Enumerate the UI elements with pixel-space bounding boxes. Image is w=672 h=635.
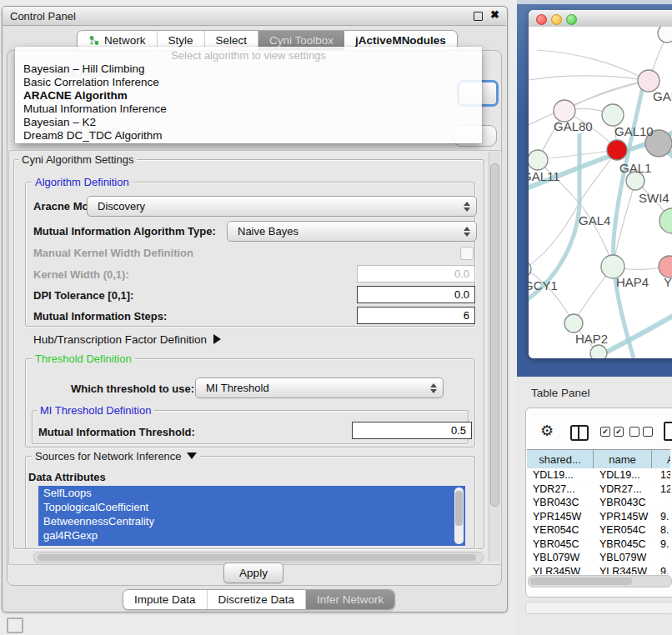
node-attribute-table[interactable]: shared... name A YDL19...YDL19...13YDR27… (527, 449, 670, 574)
table-cell[interactable]: YBR045C (599, 538, 657, 551)
network-node[interactable] (590, 345, 607, 358)
table-cell[interactable]: 8. (660, 523, 670, 537)
settings-vscroll-thumb[interactable] (490, 163, 499, 507)
tab-infer-network[interactable]: Infer Network (306, 590, 394, 609)
unchecked-checkbox-icon[interactable] (643, 427, 653, 437)
algorithm-option-basic-correlation-inference[interactable]: Basic Correlation Inference (15, 76, 482, 89)
table-row[interactable]: YDR27...YDR27...12 (527, 482, 670, 496)
network-node[interactable] (564, 314, 583, 332)
table-cell[interactable]: 9. (660, 510, 670, 523)
control-panel-titlebar[interactable]: Control Panel ✖ (3, 7, 506, 26)
sources-group-title-text: Sources for Network Inference (35, 450, 182, 462)
table-cell[interactable]: 12 (660, 482, 670, 496)
table-row[interactable]: YBL079WYBL079W (527, 551, 670, 564)
settings-vertical-scrollbar[interactable] (489, 152, 500, 562)
which-threshold-value: MI Threshold (196, 382, 426, 394)
dpi-tolerance-input[interactable] (357, 286, 475, 303)
table-cell[interactable]: YLR345W (599, 565, 657, 575)
table-row[interactable]: YDL19...YDL19...13 (527, 468, 670, 482)
attribute-item-gal4rgexp[interactable]: gal4RGexp (38, 528, 465, 542)
tab-impute-data[interactable]: Impute Data (123, 590, 208, 609)
close-traffic-light-icon[interactable] (536, 14, 547, 25)
mi-algorithm-type-combo[interactable]: Naive Bayes (227, 221, 477, 242)
attribute-item-betweennesscentrality[interactable]: BetweennessCentrality (38, 514, 465, 528)
unchecked-checkbox-icon[interactable] (629, 427, 639, 437)
sources-group-title[interactable]: Sources for Network Inference (32, 450, 200, 462)
table-cell[interactable]: YBR043C (533, 496, 599, 509)
network-node[interactable] (602, 104, 624, 126)
table-row[interactable]: YLR345WYLR345W9. (527, 565, 670, 575)
kernel-width-input[interactable] (357, 265, 475, 282)
algorithm-option-bayesian-hill-climbing[interactable]: Bayesian – Hill Climbing (15, 62, 482, 76)
attribute-item-selfloops[interactable]: SelfLoops (38, 486, 465, 500)
table-hscroll-thumb[interactable] (530, 578, 632, 585)
mi-steps-input[interactable] (357, 307, 475, 324)
checked-checkbox-icon[interactable]: ✔ (614, 427, 624, 437)
network-node[interactable] (658, 27, 672, 42)
table-cell[interactable]: YDL19... (533, 468, 599, 482)
network-node[interactable] (529, 150, 548, 170)
hub-definition-toggle[interactable]: Hub/Transcription Factor Definition (33, 333, 221, 346)
minimize-traffic-light-icon[interactable] (551, 14, 562, 25)
algorithm-option-dream8-dc-tdc-algorithm[interactable]: Dream8 DC_TDC Algorithm (15, 129, 482, 142)
table-cell[interactable]: YER054C (533, 523, 599, 537)
checked-checkbox-icon[interactable]: ✔ (600, 427, 610, 437)
table-row[interactable]: YBR043CYBR043C (527, 496, 670, 509)
column-header-name[interactable]: name (594, 449, 652, 469)
table-cell[interactable] (660, 551, 670, 564)
mi-threshold-input[interactable] (352, 422, 472, 439)
zoom-traffic-light-icon[interactable] (566, 14, 577, 25)
network-window-titlebar[interactable] (529, 10, 672, 28)
network-canvas[interactable]: GALGAL80GAL10GAL1GAL11SWI4GAL4GCY1HAP4YH… (529, 27, 672, 358)
table-panel-footer (525, 602, 672, 614)
table-cell[interactable]: YBR045C (533, 538, 599, 551)
kernel-width-label: Kernel Width (0,1): (33, 268, 129, 281)
table-cell[interactable]: YBL079W (599, 551, 657, 564)
algorithm-option-aracne-algorithm[interactable]: ARACNE Algorithm (15, 89, 482, 102)
settings-hscroll-thumb[interactable] (38, 554, 476, 561)
new-document-icon[interactable] (664, 422, 672, 441)
network-node[interactable] (529, 261, 531, 278)
algorithm-option-mutual-information-inference[interactable]: Mutual Information Inference (15, 102, 482, 116)
collapsed-panel-icon[interactable] (7, 618, 23, 633)
table-cell[interactable]: YLR345W (533, 565, 599, 575)
algorithm-list: Bayesian – Hill ClimbingBasic Correlatio… (15, 62, 482, 142)
table-cell[interactable]: YBR043C (599, 496, 657, 509)
which-threshold-combo[interactable]: MI Threshold (195, 378, 444, 398)
table-cell[interactable]: YER054C (599, 523, 657, 537)
table-cell[interactable]: YDR27... (599, 482, 657, 496)
data-attributes-list[interactable]: SelfLoopsTopologicalCoefficientBetweenne… (38, 486, 465, 546)
table-row[interactable]: YBR045CYBR045C9. (527, 538, 670, 551)
tab-discretize-data[interactable]: Discretize Data (208, 590, 307, 609)
split-columns-icon[interactable] (570, 425, 589, 441)
apply-button[interactable]: Apply (223, 562, 283, 583)
edge[interactable] (529, 76, 649, 81)
table-cell[interactable]: 13 (660, 468, 670, 482)
algorithm-option-bayesian-k2[interactable]: Bayesian – K2 (15, 116, 482, 129)
table-cell[interactable]: 9. (660, 538, 670, 551)
network-node[interactable] (659, 208, 672, 233)
table-horizontal-scrollbar[interactable] (528, 575, 672, 588)
network-node[interactable] (607, 140, 627, 160)
close-icon[interactable]: ✖ (490, 8, 499, 21)
float-window-icon[interactable] (474, 12, 483, 21)
attributes-scroll-thumb[interactable] (455, 491, 463, 526)
table-cell[interactable]: YDR27... (533, 482, 599, 496)
settings-horizontal-scrollbar[interactable] (33, 552, 484, 563)
column-header-shared[interactable]: shared... (527, 449, 594, 469)
attribute-item-topologicalcoefficient[interactable]: TopologicalCoefficient (38, 500, 465, 514)
table-cell[interactable] (660, 496, 670, 509)
attributes-scrollbar[interactable] (454, 488, 464, 544)
table-cell[interactable]: YBL079W (533, 551, 599, 564)
table-row[interactable]: YPR145WYPR145W9. (527, 510, 670, 523)
table-settings-gear-icon[interactable]: ⚙ (540, 423, 554, 438)
table-cell[interactable]: YDL19... (599, 468, 657, 482)
aracne-mode-combo[interactable]: Discovery (87, 196, 477, 217)
table-cell[interactable]: YPR145W (533, 510, 599, 523)
node-label: Y (664, 275, 672, 289)
table-cell[interactable]: 9. (660, 565, 670, 575)
table-cell[interactable]: YPR145W (599, 510, 657, 523)
manual-kernel-width-checkbox[interactable] (460, 247, 474, 260)
table-row[interactable]: YER054CYER054C8. (527, 523, 670, 537)
column-header-a[interactable]: A (652, 449, 670, 469)
